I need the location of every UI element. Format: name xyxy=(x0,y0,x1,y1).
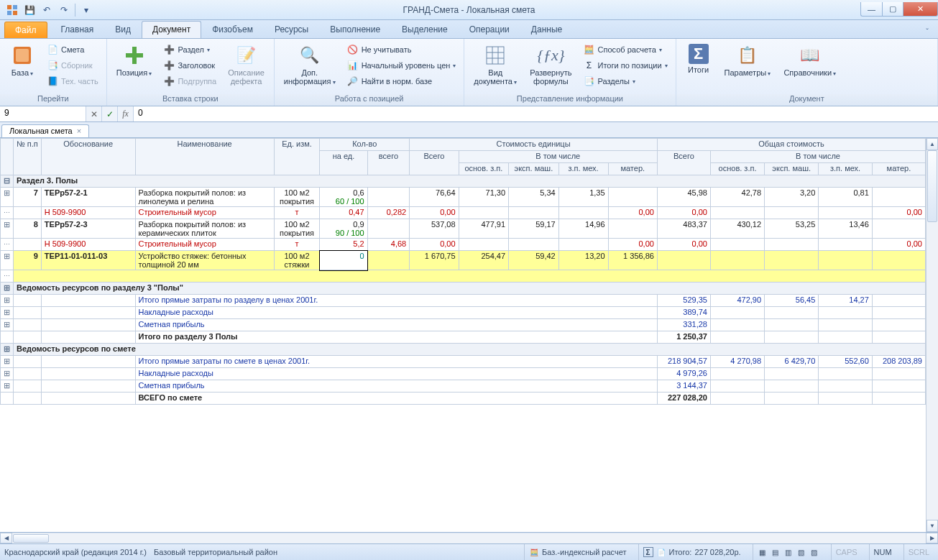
expand-icon[interactable] xyxy=(1,344,14,356)
summary-row[interactable]: Накладные расходы4 979,26 xyxy=(1,368,926,380)
maximize-button[interactable]: ▢ xyxy=(882,2,903,17)
status-region[interactable]: Краснодарский край (редакция 2014 г.) xyxy=(4,548,147,556)
status-calc[interactable]: 🧮Баз.-индексный расчет xyxy=(524,544,630,560)
tab-select[interactable]: Выделение xyxy=(391,21,459,38)
save-icon[interactable]: 💾 xyxy=(22,3,37,17)
scroll-right-icon[interactable]: ▶ xyxy=(926,533,938,543)
data-row-res[interactable]: Н 509-9900 Строительный мусор т 0,47 0,2… xyxy=(1,207,926,219)
tab-physvol[interactable]: Физобъем xyxy=(201,21,264,38)
neuchit-button[interactable]: 🚫Не учитывать xyxy=(344,42,460,58)
data-row-res[interactable]: Н 509-9900 Строительный мусор т 5,2 4,68… xyxy=(1,239,926,251)
ribbon-minimize-icon[interactable]: ˇ xyxy=(922,25,932,38)
col-total[interactable]: Общая стоимость xyxy=(657,139,925,151)
view4-icon[interactable]: ▧ xyxy=(796,547,806,557)
summary-row-total[interactable]: Итого по разделу 3 Полы1 250,37 xyxy=(1,331,926,344)
razdel-button[interactable]: ➕Раздел xyxy=(160,42,220,58)
col-unit[interactable]: Ед. изм. xyxy=(274,139,320,175)
ribbon-group-go: База 📄Смета 📑Сборник 📘Тех. часть Перейти xyxy=(0,39,107,106)
summary-row[interactable]: Накладные расходы389,74 xyxy=(1,307,926,319)
param-button[interactable]: 📋 Параметры xyxy=(719,42,776,81)
razdely-button[interactable]: 📑Разделы xyxy=(580,73,671,89)
tab-view[interactable]: Вид xyxy=(104,21,142,38)
summary-row-total[interactable]: ВСЕГО по смете227 028,20 xyxy=(1,393,926,405)
col-unitcost[interactable]: Стоимость единицы xyxy=(410,139,658,151)
cell-reference[interactable]: 9 xyxy=(0,106,86,121)
formula-value[interactable]: 0 xyxy=(134,106,938,121)
status-zone[interactable]: Базовый территориальный район xyxy=(154,548,277,556)
sections-icon: 📑 xyxy=(584,75,595,87)
tab-resources[interactable]: Ресурсы xyxy=(264,21,319,38)
group-label-doc: Документ xyxy=(676,94,937,106)
razvform-button[interactable]: {ƒx} Развернуть формулы xyxy=(525,42,576,88)
col-qty[interactable]: Кол-во xyxy=(320,139,410,151)
zagolovok-button[interactable]: ➕Заголовок xyxy=(160,58,220,73)
col-obj[interactable]: Обоснование xyxy=(41,139,135,175)
expand-icon[interactable] xyxy=(1,188,14,207)
data-row[interactable]: 7 ТЕРр57-2-1 Разборка покрытий полов: из… xyxy=(1,188,926,207)
position-button[interactable]: Позиция xyxy=(111,42,157,81)
expand-icon[interactable] xyxy=(1,283,14,295)
cancel-edit-icon[interactable]: ✕ xyxy=(86,106,102,121)
data-row-selected-sub[interactable] xyxy=(1,270,926,283)
scroll-up-icon[interactable]: ▲ xyxy=(926,138,938,150)
vertical-scrollbar[interactable]: ▲ ▼ xyxy=(926,138,938,532)
nachur-button[interactable]: 📊Начальный уровень цен xyxy=(344,58,460,73)
qat-app-icon[interactable] xyxy=(4,3,20,17)
svg-rect-2 xyxy=(7,11,12,15)
tab-document[interactable]: Документ xyxy=(142,21,201,38)
grid[interactable]: № п.п Обоснование Наименование Ед. изм. … xyxy=(0,138,938,533)
view1-icon[interactable]: ▦ xyxy=(758,547,768,557)
collapse-icon[interactable] xyxy=(1,175,14,188)
data-row[interactable]: 8 ТЕРр57-2-3 Разборка покрытий полов: из… xyxy=(1,219,926,239)
itogipos-button[interactable]: ΣИтоги по позиции xyxy=(580,58,671,73)
scroll-left-icon[interactable]: ◀ xyxy=(0,533,12,543)
svg-rect-3 xyxy=(13,11,17,15)
view2-icon[interactable]: ▤ xyxy=(771,547,781,557)
redo-icon[interactable]: ↷ xyxy=(56,3,72,17)
quick-access-toolbar: 💾 ↶ ↷ ▾ xyxy=(0,3,98,17)
expand-icon[interactable] xyxy=(1,219,14,239)
col-name[interactable]: Наименование xyxy=(135,139,274,175)
group-label-insert: Вставка строки xyxy=(107,94,274,106)
summary-row[interactable]: Сметная прибыль331,28 xyxy=(1,319,926,331)
summary-section[interactable]: Ведомость ресурсов по смете xyxy=(1,344,926,356)
data-row-selected[interactable]: 9 ТЕР11-01-011-03 Устройство стяжек: бет… xyxy=(1,251,926,270)
section-row[interactable]: Раздел 3. Полы xyxy=(1,175,926,188)
confirm-edit-icon[interactable]: ✓ xyxy=(102,106,118,121)
summary-row[interactable]: Итого прямые затраты по смете в ценах 20… xyxy=(1,356,926,368)
col-num[interactable]: № п.п xyxy=(14,139,42,175)
minimize-button[interactable]: — xyxy=(860,2,882,17)
summary-row[interactable]: Итого прямые затраты по разделу в ценах … xyxy=(1,295,926,307)
file-tab[interactable]: Файл xyxy=(4,22,47,38)
qat-customize-icon[interactable]: ▾ xyxy=(78,3,94,17)
svg-rect-1 xyxy=(13,5,17,9)
doc-tab-local[interactable]: Локальная смета × xyxy=(1,124,89,137)
base-button[interactable]: База xyxy=(4,42,40,81)
viddok-button[interactable]: Вид документа xyxy=(469,42,522,89)
fx-button[interactable]: fx xyxy=(118,106,134,121)
tab-ops[interactable]: Операции xyxy=(459,21,520,38)
summary-section[interactable]: Ведомость ресурсов по разделу 3 "Полы" xyxy=(1,283,926,295)
status-caps: CAPS xyxy=(831,544,862,560)
sposob-button[interactable]: 🧮Способ расчета xyxy=(580,42,671,58)
sprav-button[interactable]: 📖 Справочники xyxy=(778,42,841,81)
itogi-button[interactable]: Σ Итоги xyxy=(681,42,717,76)
horizontal-scrollbar[interactable]: ◀ ▶ xyxy=(0,533,938,544)
view5-icon[interactable]: ▨ xyxy=(809,547,819,557)
status-total[interactable]: Σ📄Итого: 227 028,20р. xyxy=(638,544,745,560)
tab-exec[interactable]: Выполнение xyxy=(319,21,391,38)
expand-icon[interactable] xyxy=(1,251,14,270)
tab-data[interactable]: Данные xyxy=(520,21,573,38)
tab-home[interactable]: Главная xyxy=(50,21,105,38)
summary-row[interactable]: Сметная прибыль3 144,37 xyxy=(1,380,926,393)
scroll-thumb[interactable] xyxy=(927,150,937,222)
scroll-down-icon[interactable]: ▼ xyxy=(926,520,938,532)
scroll-thumb-h[interactable] xyxy=(13,534,49,543)
undo-icon[interactable]: ↶ xyxy=(39,3,55,17)
dopinfo-button[interactable]: 🔍 Доп. информация xyxy=(279,42,341,89)
smeta-button[interactable]: 📄Смета xyxy=(43,42,102,58)
close-button[interactable]: ✕ xyxy=(903,2,938,17)
close-doc-icon[interactable]: × xyxy=(77,127,81,135)
najti-button[interactable]: 🔎Найти в норм. базе xyxy=(344,73,460,89)
view3-icon[interactable]: ▥ xyxy=(783,547,794,557)
